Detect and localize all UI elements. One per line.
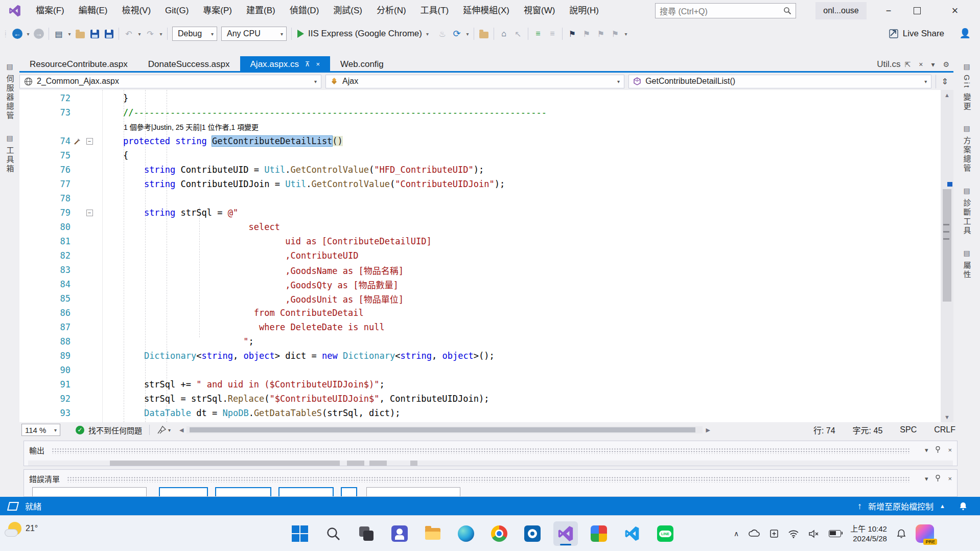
error-list-header[interactable]: 錯誤清單 ▾ × <box>24 470 957 487</box>
chevron-down-icon[interactable]: ▾ <box>925 475 928 483</box>
search-taskbar-icon[interactable] <box>321 521 345 546</box>
menu-item-11[interactable]: 延伸模組(X) <box>456 0 517 21</box>
navigate-back-icon[interactable]: ← <box>11 27 24 40</box>
live-share-button[interactable]: Live Share <box>889 21 944 46</box>
menu-item-9[interactable]: 分析(N) <box>369 0 413 21</box>
menu-item-4[interactable]: Git(G) <box>158 0 196 21</box>
chrome-taskbar-icon[interactable] <box>487 521 511 546</box>
tab-donatesuccess-aspx[interactable]: DonateSuccess.aspx <box>138 56 240 72</box>
gear-icon[interactable]: ⚙ <box>943 60 949 68</box>
menu-item-5[interactable]: 專案(P) <box>196 0 239 21</box>
tool-tab-git-changes[interactable]: ▤Git 變更 <box>953 62 980 111</box>
chevron-down-icon[interactable]: ▾ <box>925 446 928 454</box>
code-editor[interactable]: 72 }73 //-------------------------------… <box>19 90 941 422</box>
vscode-taskbar-icon[interactable] <box>620 521 644 546</box>
close-icon[interactable]: × <box>919 60 923 68</box>
method-dropdown[interactable]: GetContributeDetailList()▾ <box>628 75 931 88</box>
error-scope-combo[interactable] <box>32 487 147 497</box>
search-errors-input[interactable] <box>366 487 460 497</box>
solution-platform-combo[interactable]: Any CPU▾ <box>221 27 287 41</box>
panel-drag-handle[interactable] <box>52 448 911 454</box>
undo-icon[interactable]: ↶ <box>122 27 135 40</box>
battery-icon[interactable] <box>829 530 841 537</box>
redo-icon[interactable]: ↷ <box>144 27 157 40</box>
add-user-icon[interactable]: 👤 <box>960 28 971 39</box>
new-file-icon[interactable]: ▤ <box>52 27 65 40</box>
health-status[interactable]: 找不到任何問題 <box>88 425 142 435</box>
open-file-icon[interactable] <box>74 27 87 40</box>
restore-button[interactable] <box>905 0 929 21</box>
split-editor-button[interactable]: ⇕ <box>936 75 953 88</box>
promote-tab-icon[interactable]: ⇱ <box>904 60 911 68</box>
project-file-dropdown[interactable]: 2_Common_Ajax.aspx▾ <box>19 75 321 88</box>
tray-utility-icon[interactable] <box>769 529 779 538</box>
outlook-taskbar-icon[interactable] <box>520 521 545 546</box>
teams-taskbar-icon[interactable] <box>387 521 412 546</box>
task-view-taskbar-icon[interactable] <box>354 521 379 546</box>
close-button[interactable]: × <box>943 0 967 21</box>
menu-item-2[interactable]: 編輯(E) <box>72 0 115 21</box>
tool-tab-server-explorer[interactable]: ▤伺服器總管 <box>0 62 19 121</box>
scroll-right-icon[interactable]: ▶ <box>706 427 710 433</box>
menu-item-6[interactable]: 建置(B) <box>239 0 283 21</box>
close-icon[interactable]: × <box>316 60 320 68</box>
menu-item-13[interactable]: 說明(H) <box>562 0 606 21</box>
zoom-level-combo[interactable]: 114 %▾ <box>21 424 60 436</box>
tab-resourcecontribute-aspx[interactable]: ResourceContribute.aspx <box>19 56 138 72</box>
start-debugging-button[interactable]: IIS Express (Google Chrome) ▾ <box>294 29 435 39</box>
chevron-down-icon[interactable]: ▾ <box>25 27 31 40</box>
chevron-down-icon[interactable]: ▾ <box>623 27 629 40</box>
tab-ajax-aspx-cs[interactable]: Ajax.aspx.cs⊼× <box>240 56 331 72</box>
tab-utilcs[interactable]: Util.cs <box>877 59 900 70</box>
chevron-down-icon[interactable]: ▾ <box>66 27 73 40</box>
scrollbar-thumb[interactable] <box>110 461 340 466</box>
save-all-icon[interactable] <box>102 27 115 40</box>
search-input[interactable]: 搜尋 (Ctrl+Q) <box>655 3 796 18</box>
background-tasks-icon[interactable] <box>7 502 19 511</box>
tool-tab-solution-explorer[interactable]: ▤方案總管 <box>953 124 980 173</box>
close-icon[interactable]: × <box>948 475 952 483</box>
onedrive-icon[interactable] <box>748 529 760 538</box>
menu-item-7[interactable]: 偵錯(D) <box>283 0 326 21</box>
chevron-down-icon[interactable]: ▾ <box>464 27 471 40</box>
panel-drag-handle[interactable] <box>67 476 911 483</box>
hot-reload-icon[interactable]: ♨ <box>436 27 449 40</box>
pin-icon[interactable] <box>935 446 941 453</box>
pin-icon[interactable]: ⊼ <box>305 60 310 68</box>
close-icon[interactable]: × <box>948 446 952 454</box>
scroll-up-icon[interactable]: ▲ <box>941 90 953 100</box>
comment-icon[interactable]: ≡ <box>531 27 545 40</box>
menu-item-10[interactable]: 工具(T) <box>413 0 456 21</box>
menu-item-8[interactable]: 測試(S) <box>326 0 369 21</box>
menu-item-3[interactable]: 檢視(V) <box>114 0 158 21</box>
restart-icon[interactable]: ⟳ <box>450 27 463 40</box>
chevron-down-icon[interactable]: ▾ <box>168 427 174 433</box>
chevron-down-icon[interactable]: ▾ <box>158 27 164 40</box>
uncomment-icon[interactable]: ≡ <box>546 27 559 40</box>
bookmark-next-icon[interactable]: ⚑ <box>594 27 608 40</box>
indentation-indicator[interactable]: SPC <box>900 425 917 434</box>
output-panel-header[interactable]: 輸出 ▾ × <box>24 441 957 458</box>
line-ending-indicator[interactable]: CRLF <box>934 425 955 434</box>
bookmark-icon[interactable]: ⚑ <box>566 27 579 40</box>
chevron-down-icon[interactable]: ▾ <box>136 27 143 40</box>
quick-actions-icon[interactable] <box>71 137 84 145</box>
class-dropdown[interactable]: Ajax▾ <box>325 75 624 88</box>
chevron-down-icon[interactable]: ▾ <box>931 60 935 68</box>
tool-tab-properties[interactable]: ▤屬性 <box>953 249 980 280</box>
scroll-down-icon[interactable]: ▼ <box>941 412 953 422</box>
file-explorer-taskbar-icon[interactable] <box>421 521 445 546</box>
chevron-up-icon[interactable]: ▲ <box>940 503 945 509</box>
notifications-bell-icon[interactable] <box>896 529 906 539</box>
editor-vertical-scrollbar[interactable]: ▲ ▼ <box>941 90 953 422</box>
show-hidden-icons[interactable]: ∧ <box>734 530 739 538</box>
tool-tab-diagnostics[interactable]: ▤診斷工具 <box>953 187 980 236</box>
start-taskbar-icon[interactable] <box>288 521 312 546</box>
visual-studio-taskbar-icon[interactable] <box>553 521 578 546</box>
weather-widget[interactable]: 21° <box>8 522 38 535</box>
pin-icon[interactable] <box>935 475 941 482</box>
fold-toggle[interactable]: − <box>86 210 93 216</box>
tool-tab-toolbox[interactable]: ▤工具箱 <box>0 134 19 174</box>
filter-icon-button[interactable] <box>341 487 357 497</box>
dev-tool-taskbar-icon[interactable] <box>587 521 611 546</box>
